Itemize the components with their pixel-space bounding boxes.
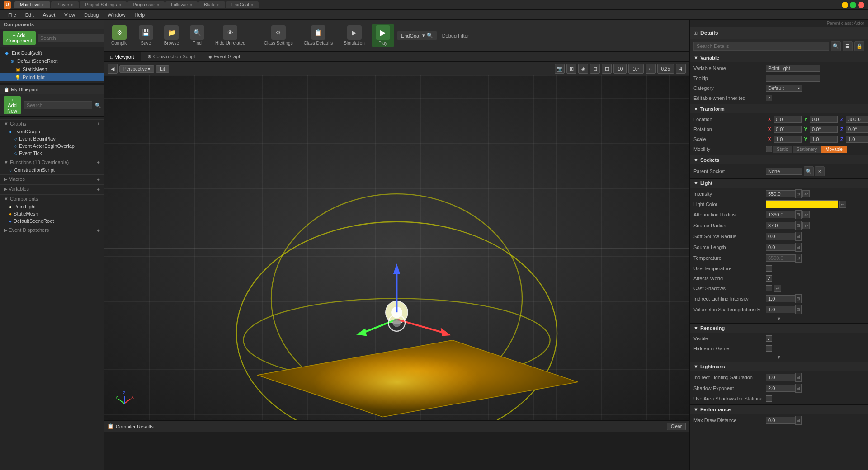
- bp-search-icon[interactable]: 🔍: [95, 103, 101, 108]
- variables-section[interactable]: ▶ Variables +: [0, 184, 104, 193]
- move-icon-btn[interactable]: ↔: [646, 64, 656, 74]
- component-search-input[interactable]: [38, 34, 105, 42]
- camera-icon-btn[interactable]: 📷: [555, 64, 565, 74]
- grid-value[interactable]: 10: [613, 64, 627, 74]
- soft-source-spin[interactable]: ⊞: [795, 232, 802, 241]
- rot-x-input[interactable]: [774, 126, 802, 133]
- clear-button[interactable]: Clear: [667, 423, 686, 430]
- cast-shadows-checkbox[interactable]: [766, 285, 772, 291]
- dispatchers-add-icon[interactable]: +: [97, 228, 100, 233]
- indirect-lighting-input[interactable]: [766, 295, 795, 302]
- tab-follower[interactable]: Follower ×: [165, 1, 198, 8]
- graphs-add-icon[interactable]: +: [97, 121, 100, 127]
- debug-filter[interactable]: EndGoal ▾ 🔍: [397, 31, 437, 40]
- indirect-sat-spin[interactable]: ⊞: [795, 373, 802, 382]
- light-expand-btn[interactable]: ▼: [690, 315, 868, 322]
- blueprint-search-input[interactable]: [24, 101, 92, 109]
- category-dropdown[interactable]: Default ▾: [766, 85, 802, 92]
- intensity-reset[interactable]: ↩: [802, 190, 810, 197]
- class-defaults-button[interactable]: 📋 Class Defaults: [300, 24, 336, 47]
- source-length-spin[interactable]: ⊞: [795, 243, 802, 252]
- play-button[interactable]: ▶ Play: [372, 24, 394, 47]
- max-draw-input[interactable]: [766, 417, 795, 424]
- menu-view[interactable]: View: [60, 11, 80, 19]
- details-search-icon[interactable]: 🔍: [831, 41, 841, 51]
- use-area-shadows-checkbox[interactable]: [766, 395, 772, 402]
- source-radius-reset[interactable]: ↩: [802, 222, 810, 229]
- use-temperature-checkbox[interactable]: [766, 265, 772, 272]
- close-icon[interactable]: ×: [251, 3, 253, 7]
- volumetric-input[interactable]: [766, 306, 795, 313]
- menu-debug[interactable]: Debug: [80, 11, 103, 19]
- attenuation-reset[interactable]: ↩: [802, 211, 810, 218]
- lit-button[interactable]: Lit: [156, 65, 169, 73]
- find-button[interactable]: 🔍 Find: [186, 24, 208, 47]
- hide-unrelated-button[interactable]: 👁 Hide Unrelated: [212, 24, 249, 47]
- viewport[interactable]: ◀ Perspective ▾ Lit 📷 ⊞ ◈ ⊞ ⊡ 10 10° ↔ 0…: [104, 62, 689, 420]
- vp-btn5[interactable]: ⊡: [602, 64, 612, 74]
- tab-viewport[interactable]: □ Viewport: [104, 52, 141, 61]
- indirect-sat-input[interactable]: [766, 374, 795, 381]
- components-section-bp[interactable]: ▼ Components: [0, 194, 104, 203]
- menu-edit[interactable]: Edit: [21, 11, 38, 19]
- event-dispatchers-section[interactable]: ▶ Event Dispatchers +: [0, 226, 104, 235]
- attenuation-input[interactable]: [766, 211, 795, 218]
- shadow-exp-spin[interactable]: ⊞: [795, 384, 802, 393]
- debug-search-icon[interactable]: 🔍: [427, 33, 433, 38]
- details-search-input[interactable]: [693, 42, 829, 51]
- perspective-button[interactable]: Perspective ▾: [119, 65, 154, 73]
- functions-section[interactable]: ▼ Functions (18 Overridable) +: [0, 158, 104, 166]
- temperature-input[interactable]: [766, 254, 795, 262]
- close-icon[interactable]: ×: [71, 3, 73, 7]
- vp-btn4[interactable]: ⊞: [590, 64, 600, 74]
- bp-event-tick[interactable]: ◇ Event Tick: [0, 150, 104, 157]
- temperature-spin[interactable]: ⊞: [795, 254, 802, 263]
- menu-help[interactable]: Help: [130, 11, 149, 19]
- save-button[interactable]: 💾 Save: [135, 24, 157, 47]
- bp-event-actoroverlap[interactable]: ◇ Event ActorBeginOverlap: [0, 142, 104, 150]
- menu-file[interactable]: File: [4, 11, 21, 19]
- rendering-section-title[interactable]: ▼ Rendering: [690, 324, 868, 333]
- bp-event-graph[interactable]: ◆ EventGraph: [0, 128, 104, 135]
- mobility-movable[interactable]: Movable: [821, 146, 847, 153]
- socket-clear-icon[interactable]: ×: [815, 166, 825, 176]
- sockets-section-title[interactable]: ▼ Sockets: [690, 155, 868, 164]
- tab-progressor[interactable]: Progressor ×: [127, 1, 165, 8]
- maximize-button[interactable]: [850, 2, 856, 8]
- tab-player[interactable]: Player ×: [51, 1, 79, 8]
- graphs-section[interactable]: ▼ Graphs +: [0, 119, 104, 128]
- bp-comp-pointlight[interactable]: ● PointLight: [0, 203, 104, 210]
- tab-endgoal[interactable]: EndGoal ×: [226, 1, 259, 8]
- shadow-exp-input[interactable]: [766, 385, 795, 392]
- menu-window[interactable]: Window: [103, 11, 130, 19]
- cast-shadows-reset[interactable]: ↩: [774, 285, 781, 292]
- compile-button[interactable]: ⚙ Compile: [108, 24, 132, 47]
- editable-checkbox[interactable]: [766, 95, 772, 101]
- macros-add-icon[interactable]: +: [97, 177, 100, 182]
- variables-add-icon[interactable]: +: [97, 187, 100, 192]
- intensity-spin[interactable]: ⊞: [795, 189, 802, 198]
- close-button[interactable]: [858, 2, 864, 8]
- mobility-stationary[interactable]: Stationary: [793, 146, 821, 153]
- max-draw-spin[interactable]: ⊞: [795, 416, 802, 425]
- loc-y-input[interactable]: [810, 116, 838, 123]
- performance-section-title[interactable]: ▼ Performance: [690, 405, 868, 414]
- light-color-swatch[interactable]: [766, 200, 838, 208]
- class-settings-button[interactable]: ⚙ Class Settings: [260, 24, 297, 47]
- tab-mainlevel[interactable]: MainLevel ×: [14, 1, 50, 8]
- bp-event-beginplay[interactable]: ◇ Event BeginPlay: [0, 135, 104, 142]
- vp-btn3[interactable]: ◈: [578, 64, 588, 74]
- lightmass-section-title[interactable]: ▼ Lightmass: [690, 362, 868, 371]
- close-icon[interactable]: ×: [42, 3, 45, 7]
- browse-button[interactable]: 📁 Browse: [160, 24, 183, 47]
- add-new-button[interactable]: + Add New: [4, 96, 21, 114]
- tree-item-defaultsceneroot[interactable]: ⊕ DefaultSceneRoot: [0, 57, 104, 65]
- volumetric-spin[interactable]: ⊞: [795, 305, 802, 314]
- rot-y-input[interactable]: [810, 126, 838, 133]
- tooltip-input[interactable]: [766, 75, 820, 82]
- tree-item-endgoal[interactable]: ◆ EndGoal(self): [0, 49, 104, 57]
- tab-event-graph[interactable]: ◆ Event Graph: [202, 52, 249, 61]
- tab-project-settings[interactable]: Project Settings ×: [80, 1, 126, 8]
- close-icon[interactable]: ×: [190, 3, 192, 7]
- close-icon[interactable]: ×: [119, 3, 121, 7]
